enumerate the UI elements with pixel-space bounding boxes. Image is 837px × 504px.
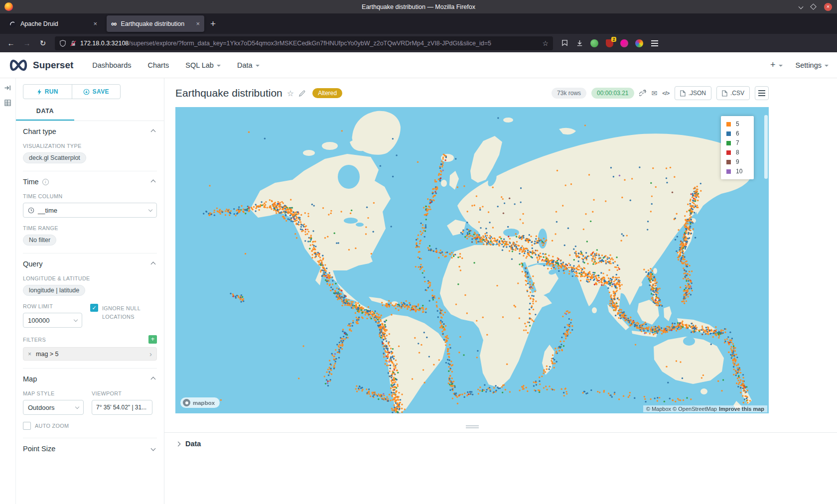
lock-insecure-icon[interactable] bbox=[70, 40, 77, 47]
mapbox-logo[interactable]: mapbox bbox=[180, 397, 220, 408]
legend-row[interactable]: 7 bbox=[726, 139, 748, 146]
section-header[interactable]: Chart type bbox=[23, 127, 157, 135]
new-tab-button[interactable]: + bbox=[210, 18, 216, 29]
tab-apache-druid[interactable]: Apache Druid × bbox=[4, 15, 102, 32]
legend-label: 8 bbox=[736, 149, 739, 156]
settings-menu[interactable]: Settings bbox=[796, 61, 829, 69]
url-bar[interactable]: 172.18.0.3:32108/superset/explore/?form_… bbox=[55, 36, 553, 50]
extension-pinwheel-icon[interactable] bbox=[634, 38, 644, 48]
earthquake-points-canvas[interactable] bbox=[175, 107, 769, 413]
query-timer-badge: 00:00:03.21 bbox=[591, 88, 634, 99]
section-header[interactable]: Time i bbox=[23, 178, 157, 186]
brand-name[interactable]: Superset bbox=[33, 60, 73, 71]
time-range-pill[interactable]: No filter bbox=[23, 235, 56, 246]
filters-label: FILTERS bbox=[23, 337, 46, 343]
chevron-down-icon bbox=[148, 208, 152, 212]
section-header[interactable]: Query bbox=[23, 260, 157, 268]
resize-handle[interactable] bbox=[175, 425, 769, 426]
row-limit-value: 100000 bbox=[28, 317, 49, 324]
legend-row[interactable]: 10 bbox=[726, 168, 748, 175]
bookmark-star-icon[interactable]: ☆ bbox=[542, 39, 549, 47]
map-style-value: Outdoors bbox=[28, 404, 54, 411]
lightning-icon bbox=[37, 89, 42, 95]
screen: Earthquake distribution — Mozilla Firefo… bbox=[0, 0, 837, 504]
extension-adblock-icon[interactable]: 2 bbox=[604, 38, 614, 48]
favorite-star-icon[interactable]: ☆ bbox=[287, 89, 294, 98]
add-new-button[interactable]: + bbox=[770, 60, 783, 70]
chevron-up-icon bbox=[151, 129, 156, 134]
legend-swatch bbox=[726, 150, 731, 155]
chevron-right-icon: › bbox=[149, 350, 152, 358]
shield-icon[interactable] bbox=[59, 40, 66, 47]
viewport-value[interactable]: 7° 35' 54.02" | 31... bbox=[92, 400, 152, 415]
add-filter-button[interactable]: + bbox=[148, 335, 157, 344]
legend-swatch bbox=[726, 131, 731, 136]
altered-badge[interactable]: Altered bbox=[312, 88, 342, 98]
embed-code-icon[interactable]: </> bbox=[662, 90, 669, 96]
edit-pencil-icon[interactable] bbox=[298, 90, 306, 97]
dataset-icon-strip bbox=[0, 78, 16, 504]
lonlat-pill[interactable]: longitude | latitude bbox=[23, 285, 85, 296]
chart-menu-button[interactable] bbox=[755, 86, 769, 100]
forward-icon[interactable]: → bbox=[20, 36, 34, 50]
tab-bar: Apache Druid × ∞ Earthquake distribution… bbox=[0, 13, 837, 34]
section-header[interactable]: Map bbox=[23, 375, 157, 383]
window-title: Earthquake distribution — Mozilla Firefo… bbox=[0, 3, 837, 10]
superset-logo-icon[interactable] bbox=[8, 59, 28, 72]
export-json-button[interactable]: .JSON bbox=[675, 86, 711, 100]
legend-row[interactable]: 6 bbox=[726, 130, 748, 137]
chart-header: Earthquake distribution ☆ Altered 73k ro… bbox=[175, 86, 769, 100]
improve-map-link[interactable]: Improve this map bbox=[719, 406, 764, 412]
run-button[interactable]: RUN bbox=[23, 85, 72, 99]
tab-earthquake-distribution[interactable]: ∞ Earthquake distribution × bbox=[107, 15, 204, 32]
expand-panel-icon[interactable] bbox=[4, 84, 11, 92]
nav-data[interactable]: Data bbox=[237, 61, 260, 69]
window-close-icon[interactable]: × bbox=[824, 3, 832, 11]
filter-chip[interactable]: × mag > 5 › bbox=[23, 347, 157, 361]
row-limit-select[interactable]: 100000 bbox=[23, 313, 82, 328]
chevron-down-icon bbox=[256, 65, 260, 67]
extension-pink-icon[interactable] bbox=[619, 38, 629, 48]
info-icon: i bbox=[42, 179, 49, 185]
reload-icon[interactable]: ↻ bbox=[36, 36, 50, 50]
back-icon[interactable]: ← bbox=[4, 36, 18, 50]
rows-badge: 73k rows bbox=[552, 88, 586, 99]
remove-filter-icon[interactable]: × bbox=[28, 351, 31, 358]
nav-sql-lab[interactable]: SQL Lab bbox=[185, 61, 221, 69]
legend-row[interactable]: 5 bbox=[726, 121, 748, 127]
deckgl-scatter-map[interactable]: 5678910 mapbox © Mapbox © OpenStreetMap … bbox=[175, 107, 769, 413]
chevron-down-icon bbox=[825, 65, 829, 67]
attribution-text[interactable]: © Mapbox © OpenStreetMap bbox=[646, 406, 717, 412]
map-style-select[interactable]: Outdoors bbox=[23, 400, 84, 415]
dataset-grid-icon[interactable] bbox=[4, 99, 11, 107]
ignore-null-checkbox[interactable]: ✓ bbox=[90, 304, 98, 312]
data-section-header[interactable]: Data bbox=[164, 432, 837, 448]
window-minimize-icon[interactable] bbox=[799, 4, 804, 9]
tab-close-icon[interactable]: × bbox=[93, 20, 97, 27]
window-maximize-icon[interactable] bbox=[810, 3, 817, 10]
url-path: /superset/explore/?form_data_key=1Ykx7oD… bbox=[129, 40, 491, 47]
viz-type-pill[interactable]: deck.gl Scatterplot bbox=[23, 152, 86, 163]
email-icon[interactable]: ✉ bbox=[652, 89, 658, 97]
legend-row[interactable]: 8 bbox=[726, 149, 748, 156]
filter-value: mag > 5 bbox=[36, 351, 59, 358]
export-csv-button[interactable]: .CSV bbox=[716, 86, 750, 100]
save-button[interactable]: SAVE bbox=[72, 85, 121, 99]
tab-close-icon[interactable]: × bbox=[196, 20, 200, 27]
nav-dashboards[interactable]: Dashboards bbox=[92, 61, 131, 69]
legend-scrollbar[interactable] bbox=[764, 115, 768, 179]
druid-favicon bbox=[8, 20, 16, 28]
legend-row[interactable]: 9 bbox=[726, 158, 748, 165]
downloads-icon[interactable] bbox=[574, 38, 584, 48]
tab-data[interactable]: DATA bbox=[16, 103, 74, 121]
ignore-null-label: IGNORE NULL LOCATIONS bbox=[102, 304, 157, 321]
nav-charts[interactable]: Charts bbox=[148, 61, 169, 69]
chevron-right-icon bbox=[176, 441, 181, 446]
pocket-icon[interactable] bbox=[559, 38, 569, 48]
menu-icon[interactable] bbox=[648, 36, 662, 50]
section-header[interactable]: Point Size bbox=[23, 445, 157, 453]
extension-green-icon[interactable] bbox=[589, 38, 599, 48]
share-link-icon[interactable] bbox=[639, 90, 647, 97]
time-column-select[interactable]: __time bbox=[23, 203, 157, 218]
auto-zoom-checkbox[interactable] bbox=[23, 422, 31, 430]
